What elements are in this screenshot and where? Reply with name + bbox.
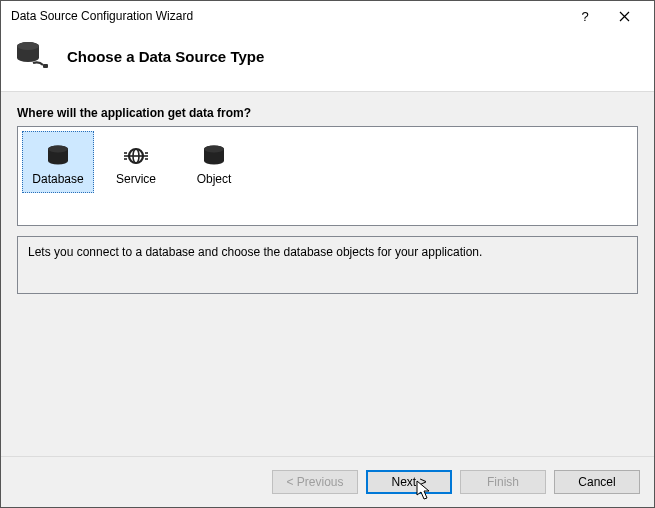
wizard-header: Choose a Data Source Type — [1, 31, 654, 91]
object-icon — [199, 142, 229, 170]
help-button[interactable]: ? — [568, 1, 602, 31]
close-button[interactable] — [602, 1, 646, 31]
service-icon — [121, 142, 151, 170]
close-icon — [619, 11, 630, 22]
database-icon — [43, 142, 73, 170]
description-text: Lets you connect to a database and choos… — [28, 245, 482, 259]
previous-button[interactable]: < Previous — [272, 470, 358, 494]
option-object[interactable]: Object — [178, 131, 250, 193]
titlebar: Data Source Configuration Wizard ? — [1, 1, 654, 31]
option-label: Object — [197, 172, 232, 186]
wizard-footer: < Previous Next > Finish Cancel — [1, 457, 654, 507]
cancel-button[interactable]: Cancel — [554, 470, 640, 494]
datasource-options: Database Service — [17, 126, 638, 226]
window-title: Data Source Configuration Wizard — [11, 9, 568, 23]
page-title: Choose a Data Source Type — [67, 48, 264, 65]
svg-point-4 — [48, 146, 68, 153]
option-service[interactable]: Service — [100, 131, 172, 193]
next-button[interactable]: Next > — [366, 470, 452, 494]
option-label: Service — [116, 172, 156, 186]
wizard-body: Where will the application get data from… — [1, 91, 654, 457]
svg-point-15 — [204, 146, 224, 153]
datasource-header-icon — [15, 39, 49, 73]
option-database[interactable]: Database — [22, 131, 94, 193]
option-label: Database — [32, 172, 83, 186]
wizard-window: Data Source Configuration Wizard ? Choos… — [0, 0, 655, 508]
description-box: Lets you connect to a database and choos… — [17, 236, 638, 294]
svg-rect-2 — [43, 64, 48, 68]
svg-point-1 — [17, 42, 39, 50]
finish-button[interactable]: Finish — [460, 470, 546, 494]
prompt-label: Where will the application get data from… — [17, 106, 638, 120]
